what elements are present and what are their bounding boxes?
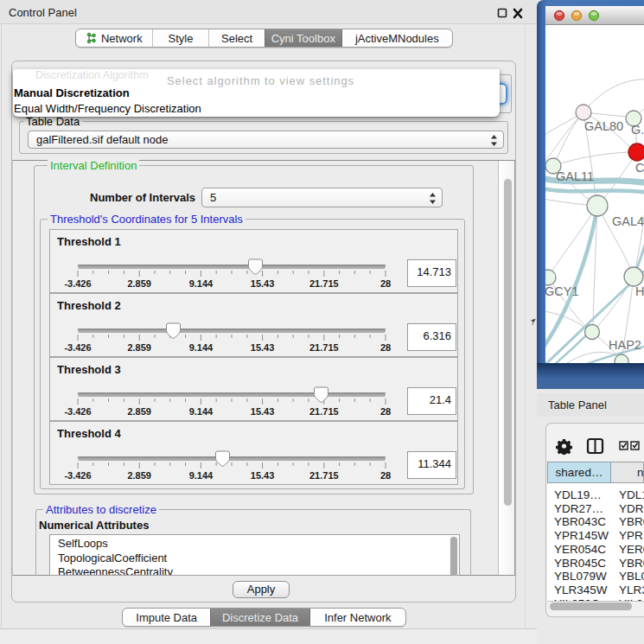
svg-text:GAL80: GAL80 <box>584 119 623 133</box>
svg-text:GAL11: GAL11 <box>556 169 594 183</box>
svg-text:21.715: 21.715 <box>309 470 339 481</box>
svg-text:GAL4: GAL4 <box>612 214 644 228</box>
svg-text:21.715: 21.715 <box>309 278 339 289</box>
svg-text:G.: G. <box>631 123 644 137</box>
svg-text:2.859: 2.859 <box>127 406 151 417</box>
svg-text:-3.426: -3.426 <box>64 342 91 353</box>
svg-text:9.144: 9.144 <box>189 278 214 289</box>
svg-text:28: 28 <box>380 278 391 289</box>
svg-text:9.144: 9.144 <box>189 342 214 353</box>
svg-text:2.859: 2.859 <box>127 470 151 481</box>
svg-text:-3.426: -3.426 <box>64 406 91 417</box>
svg-text:15.43: 15.43 <box>251 406 275 417</box>
svg-text:28: 28 <box>380 342 391 353</box>
svg-text:HAP2: HAP2 <box>609 338 641 352</box>
svg-text:9.144: 9.144 <box>189 406 214 417</box>
svg-text:21.715: 21.715 <box>309 342 339 353</box>
svg-text:28: 28 <box>380 406 391 417</box>
svg-text:28: 28 <box>380 470 391 481</box>
svg-text:GCY1: GCY1 <box>545 284 579 298</box>
svg-text:2.859: 2.859 <box>127 278 151 289</box>
svg-text:21.715: 21.715 <box>309 406 339 417</box>
svg-text:15.43: 15.43 <box>251 342 275 353</box>
svg-text:15.43: 15.43 <box>251 470 275 481</box>
svg-text:H: H <box>635 284 644 298</box>
svg-text:C: C <box>635 161 644 175</box>
svg-text:2.859: 2.859 <box>127 342 151 353</box>
svg-text:9.144: 9.144 <box>189 470 214 481</box>
svg-text:-3.426: -3.426 <box>64 278 91 289</box>
svg-text:-3.426: -3.426 <box>64 470 91 481</box>
svg-text:15.43: 15.43 <box>251 278 275 289</box>
